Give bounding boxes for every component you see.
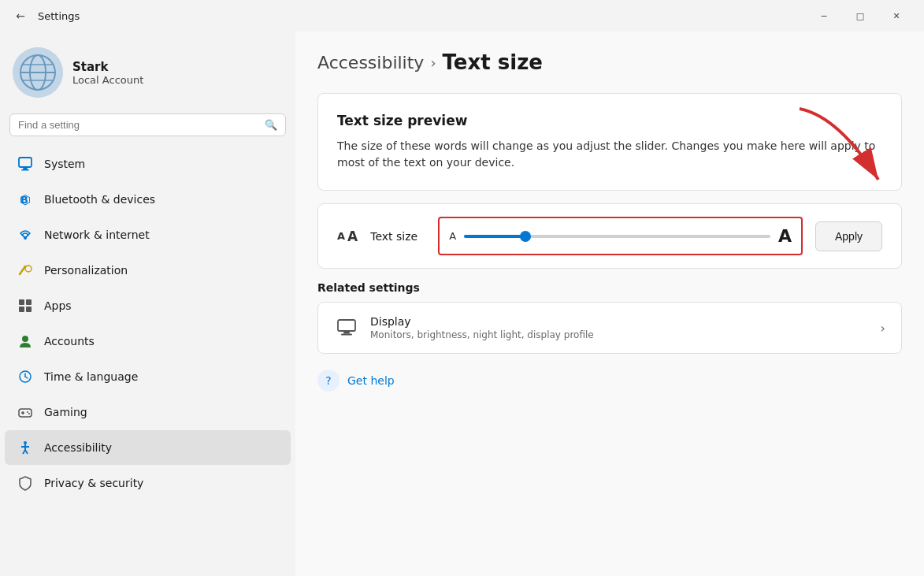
related-desc: Monitors, brightness, night light, displ… [370,329,870,340]
svg-rect-34 [338,320,355,331]
small-aa: A [337,230,345,242]
sidebar-label-gaming: Gaming [44,406,87,418]
svg-point-12 [24,236,27,240]
svg-line-13 [20,266,25,274]
breadcrumb-separator: › [430,54,436,71]
maximize-button[interactable]: □ [842,3,878,28]
svg-rect-35 [343,332,350,334]
back-button[interactable]: ← [9,5,32,27]
svg-point-6 [13,47,63,98]
avatar [13,47,63,98]
system-icon [17,156,33,172]
apps-icon [17,298,33,314]
sidebar-label-network: Network & internet [44,229,150,241]
slider-large-a: A [778,226,792,246]
sidebar-item-system[interactable]: System [5,147,291,181]
large-aa: A [347,229,358,244]
svg-rect-18 [26,307,32,312]
text-size-label: Text size [370,230,425,243]
svg-rect-23 [19,409,32,417]
chevron-right-icon: › [881,321,885,336]
svg-rect-17 [19,307,24,312]
related-name: Display [370,315,870,328]
related-display[interactable]: Display Monitors, brightness, night ligh… [317,302,902,354]
gaming-icon [17,404,33,420]
slider-thumb[interactable] [520,231,531,242]
text-size-wrapper: A A Text size A A Apply [317,203,902,269]
sidebar-item-personalization[interactable]: Personalization [5,253,291,288]
sidebar-label-accounts: Accounts [44,335,95,347]
svg-rect-15 [19,299,24,305]
preview-title: Text size preview [337,113,882,128]
svg-point-28 [24,441,27,444]
slider-fill [464,235,525,238]
breadcrumb-current: Text size [443,50,543,74]
sidebar-label-time: Time & language [44,370,138,383]
personalization-icon [17,262,33,278]
svg-rect-9 [21,169,29,171]
help-row: ? Get help [317,370,902,392]
get-help-link[interactable]: Get help [347,374,395,387]
titlebar-left: ← Settings [9,5,80,27]
svg-rect-8 [23,168,28,169]
svg-point-27 [28,413,30,414]
sidebar-item-accessibility[interactable]: Accessibility [5,430,291,465]
sidebar-label-accessibility: Accessibility [44,441,112,454]
related-settings-title: Related settings [317,281,902,294]
app-title: Settings [38,10,80,22]
slider-small-a: A [449,230,456,242]
svg-point-19 [22,336,28,342]
sidebar-item-network[interactable]: Network & internet [5,217,291,252]
user-info: Stark Local Account [72,60,143,86]
minimize-button[interactable]: ─ [806,3,842,28]
sidebar-item-bluetooth[interactable]: ⬡B Bluetooth & devices [5,182,291,217]
accessibility-icon [17,440,33,455]
svg-line-22 [25,377,28,378]
back-icon: ← [16,9,25,22]
sidebar-item-accounts[interactable]: Accounts [5,324,291,359]
bluetooth-icon: ⬡B [17,191,33,207]
related-info: Display Monitors, brightness, night ligh… [370,315,870,340]
related-settings: Related settings Display Monitors, brigh… [317,281,902,354]
sidebar-label-system: System [44,158,85,170]
network-icon [17,227,33,243]
sidebar-item-gaming[interactable]: Gaming [5,395,291,429]
slider-track[interactable] [464,235,770,238]
user-type: Local Account [72,74,143,86]
apply-button[interactable]: Apply [815,221,882,251]
svg-text:B: B [20,194,28,206]
help-icon: ? [317,370,340,392]
close-button[interactable]: ✕ [878,3,915,28]
search-input[interactable] [18,119,258,131]
sidebar-label-apps: Apps [44,299,72,312]
slider-area: A A [438,217,803,255]
search-box[interactable]: 🔍 [9,113,286,136]
sidebar-item-privacy[interactable]: Privacy & security [5,466,291,500]
svg-line-32 [25,450,28,454]
text-size-icon: A A [337,229,358,244]
svg-point-14 [25,266,32,272]
preview-card: Text size preview The size of these word… [317,93,902,191]
main-layout: Stark Local Account 🔍 System ⬡B Bluetoot… [0,32,924,576]
svg-rect-36 [341,334,352,336]
text-size-row: A A Text size A A Apply [317,203,902,269]
titlebar: ← Settings ─ □ ✕ [0,0,924,32]
display-icon [334,315,359,340]
privacy-icon [17,475,33,491]
preview-description: The size of these words will change as y… [337,138,882,171]
sidebar-label-personalization: Personalization [44,264,128,277]
window-controls: ─ □ ✕ [806,3,915,28]
sidebar-label-bluetooth: Bluetooth & devices [44,193,155,206]
svg-rect-16 [26,299,32,305]
svg-rect-7 [19,158,32,167]
time-icon [17,369,33,385]
breadcrumb-parent[interactable]: Accessibility [317,53,424,72]
svg-point-26 [27,411,28,413]
user-profile[interactable]: Stark Local Account [0,35,295,113]
breadcrumb: Accessibility › Text size [317,50,902,74]
search-icon: 🔍 [265,119,277,131]
nav-list: System ⬡B Bluetooth & devices Network & … [0,146,295,501]
sidebar-item-time[interactable]: Time & language [5,359,291,394]
sidebar-item-apps[interactable]: Apps [5,288,291,323]
content-area: Accessibility › Text size Text size prev… [295,32,924,576]
